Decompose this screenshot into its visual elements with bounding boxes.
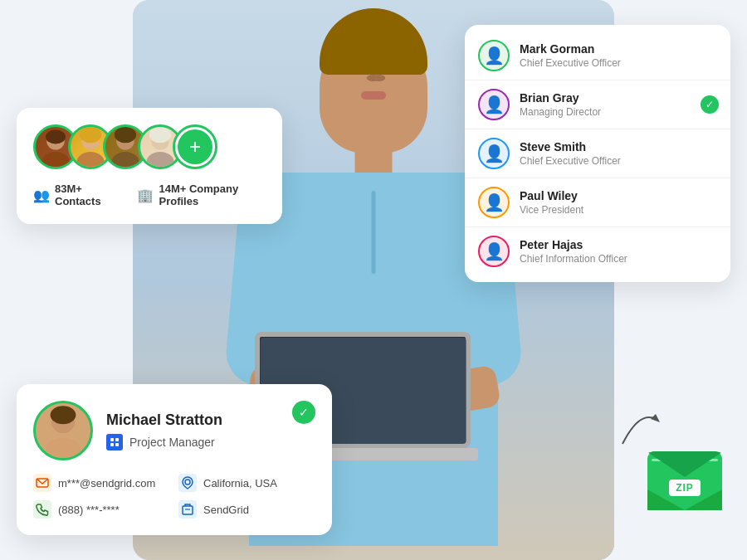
person-row-paul-wiley[interactable]: 👤 Paul Wiley Vice President xyxy=(465,178,730,227)
svg-rect-18 xyxy=(115,443,119,446)
contacts-count: 83M+ Contacts xyxy=(55,183,120,207)
person-row-brian-gray[interactable]: 👤 Brian Gray Managing Director ✓ xyxy=(465,80,730,129)
person-title: Chief Executive Officer xyxy=(520,57,717,69)
zip-label: ZIP xyxy=(669,480,701,496)
avatar-brian-gray: 👤 xyxy=(478,89,510,120)
svg-point-11 xyxy=(149,127,171,143)
contacts-icon: 👥 xyxy=(33,187,50,203)
people-list-card: 👤 Mark Gorman Chief Executive Officer 👤 … xyxy=(465,25,730,282)
svg-point-5 xyxy=(80,127,101,143)
company-value: SendGrid xyxy=(203,504,249,516)
contact-role: Project Manager xyxy=(106,434,315,450)
zip-decoration: ZIP xyxy=(647,452,722,510)
person-title: Chief Executive Officer xyxy=(520,155,717,167)
person-row-peter-hajas[interactable]: 👤 Peter Hajas Chief Information Officer xyxy=(465,227,730,275)
company-stat: 🏢 14M+ Company Profiles xyxy=(137,183,266,207)
avatar-row: + xyxy=(33,124,266,169)
contact-name-area: Michael Stratton Project Manager xyxy=(106,411,315,450)
company-item: SendGrid xyxy=(178,500,315,519)
add-icon[interactable]: + xyxy=(178,129,212,164)
svg-point-7 xyxy=(111,152,139,167)
avatar-steve-smith: 👤 xyxy=(478,138,510,169)
svg-point-8 xyxy=(115,127,136,143)
email-item: m***@sendgrid.com xyxy=(33,474,170,492)
svg-rect-15 xyxy=(110,438,114,441)
person-info-steve-smith: Steve Smith Chief Executive Officer xyxy=(520,140,717,167)
person-info-brian-gray: Brian Gray Managing Director xyxy=(520,91,717,118)
location-icon xyxy=(178,474,197,492)
contact-check-badge: ✓ xyxy=(292,401,315,424)
person-name: Brian Gray xyxy=(520,91,717,105)
company-icon: 🏢 xyxy=(137,187,154,203)
zip-envelope: ZIP xyxy=(647,452,722,510)
contacts-card: + 👥 83M+ Contacts 🏢 14M+ Company Profile… xyxy=(17,108,282,224)
company-icon xyxy=(178,500,197,519)
stats-row: 👥 83M+ Contacts 🏢 14M+ Company Profiles xyxy=(33,183,266,207)
phone-item: (888) ***-**** xyxy=(33,500,170,519)
email-value: m***@sendgrid.com xyxy=(58,477,155,489)
contact-details-grid: m***@sendgrid.com California, USA (888) … xyxy=(33,474,315,519)
person-title: Vice President xyxy=(520,204,717,216)
svg-point-1 xyxy=(42,152,70,167)
person-title: Chief Information Officer xyxy=(520,253,717,265)
person-name: Steve Smith xyxy=(520,140,717,153)
avatar-mark-gorman: 👤 xyxy=(478,40,510,71)
role-icon xyxy=(106,434,123,450)
add-avatar-button[interactable]: + xyxy=(173,124,217,169)
contact-header: Michael Stratton Project Manager ✓ xyxy=(33,401,315,460)
company-count: 14M+ Company Profiles xyxy=(159,183,266,207)
person-info-peter-hajas: Peter Hajas Chief Information Officer xyxy=(520,238,717,265)
person-info-mark-gorman: Mark Gorman Chief Executive Officer xyxy=(520,42,717,69)
contact-detail-card: Michael Stratton Project Manager ✓ m***@… xyxy=(17,384,332,535)
person-row-steve-smith[interactable]: 👤 Steve Smith Chief Executive Officer xyxy=(465,129,730,178)
svg-rect-21 xyxy=(183,506,193,514)
svg-point-14 xyxy=(51,406,76,424)
svg-point-10 xyxy=(146,152,174,167)
contact-avatar xyxy=(33,401,93,460)
person-name: Paul Wiley xyxy=(520,189,717,202)
phone-icon xyxy=(33,500,51,519)
person-name: Mark Gorman xyxy=(520,42,717,56)
email-icon xyxy=(33,474,51,492)
svg-rect-17 xyxy=(110,443,114,446)
contacts-stat: 👥 83M+ Contacts xyxy=(33,183,120,207)
contact-role-text: Project Manager xyxy=(129,436,215,449)
svg-point-4 xyxy=(76,152,105,167)
svg-point-13 xyxy=(45,438,81,458)
avatar-peter-hajas: 👤 xyxy=(478,236,510,267)
person-title: Managing Director xyxy=(520,106,717,118)
location-value: California, USA xyxy=(203,477,277,489)
contact-name: Michael Stratton xyxy=(106,411,315,429)
svg-point-2 xyxy=(46,130,66,144)
person-row-mark-gorman[interactable]: 👤 Mark Gorman Chief Executive Officer xyxy=(465,32,730,80)
avatar-paul-wiley: 👤 xyxy=(478,187,510,218)
svg-point-20 xyxy=(185,480,190,485)
phone-value: (888) ***-**** xyxy=(58,504,120,516)
person-name: Peter Hajas xyxy=(520,238,717,251)
location-item: California, USA xyxy=(178,474,315,492)
svg-marker-23 xyxy=(651,414,660,422)
person-info-paul-wiley: Paul Wiley Vice President xyxy=(520,189,717,216)
svg-rect-16 xyxy=(115,438,119,441)
check-badge: ✓ xyxy=(701,95,719,114)
